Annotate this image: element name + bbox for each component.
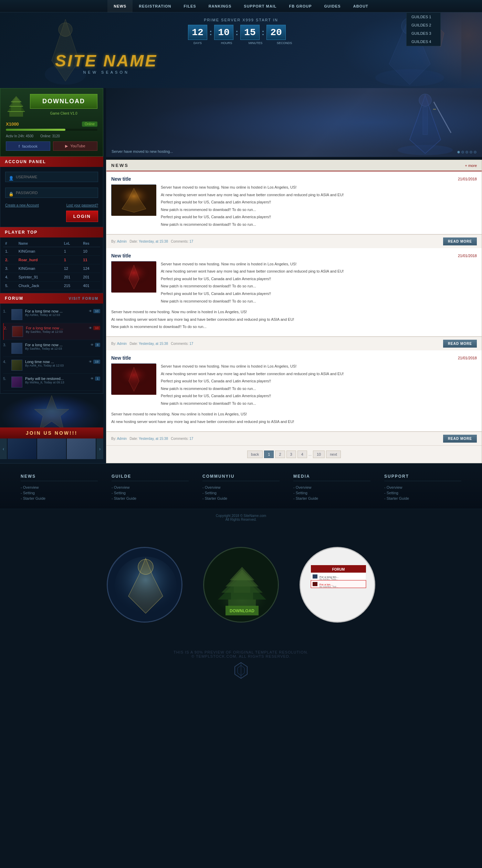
account-links: Create a new Account Lost your password? — [5, 203, 98, 207]
nav-item-guides[interactable]: GUIDES — [318, 0, 347, 12]
label-hours: HOURS — [217, 41, 236, 45]
next-thumb-arrow[interactable]: › — [96, 438, 103, 459]
footer-support-link-3[interactable]: - Starter Guide — [384, 496, 461, 500]
footer-col-support-title: SUPPORT — [384, 474, 461, 481]
nav-item-about[interactable]: ABOUT — [347, 0, 375, 12]
countdown-box: PRIME SERVER X999 START IN 12 : 10 : 15 … — [188, 18, 294, 45]
join-now-button[interactable]: JOIN US NOW!!! — [0, 427, 103, 438]
lost-password-link[interactable]: Lost your password? — [66, 203, 98, 207]
pagination-page-3[interactable]: 3 — [286, 451, 296, 458]
forum-title-2[interactable]: For a long time now ... — [26, 326, 86, 330]
site-name: SITE NAME — [55, 51, 157, 70]
slider-dot-5[interactable] — [474, 151, 476, 154]
footer-media-link-2[interactable]: - Setting — [293, 491, 370, 495]
pagination: back 1 2 3 4 ... 10 next — [106, 445, 482, 463]
pagination-next[interactable]: next — [326, 451, 341, 458]
footer-guilde-link-3[interactable]: - Starter Guide — [112, 496, 189, 500]
pagination-dots: ... — [308, 452, 312, 456]
nav-item-support[interactable]: SUPPORT MAIL — [238, 0, 283, 12]
news-article-1-title[interactable]: New title — [111, 176, 131, 182]
create-account-link[interactable]: Create a new Account — [5, 203, 39, 207]
guides-dropdown-item-1[interactable]: GUILDES 1 — [407, 13, 440, 21]
forum-title-3[interactable]: For a long time now ... — [25, 343, 88, 347]
footer-news-link-1[interactable]: - Overview — [21, 485, 98, 489]
nav-item-files[interactable]: FILES — [177, 0, 202, 12]
news-article-3-title[interactable]: New title — [111, 355, 131, 361]
youtube-button[interactable]: ▶ YouTube — [53, 141, 97, 151]
player-num-1: 1. — [3, 247, 17, 256]
login-button[interactable]: LOGIN — [66, 211, 98, 222]
forum-title-1[interactable]: For a long time now ... — [25, 309, 86, 313]
news-article-2-header: New title 21/01/2018 — [111, 253, 477, 258]
svg-rect-23 — [433, 109, 436, 110]
guides-dropdown-item-2[interactable]: GUILDES 2 — [407, 21, 440, 29]
nav-item-news[interactable]: NEWS — [107, 0, 133, 12]
news-img-art-3 — [112, 364, 156, 395]
nav-item-fbgroup[interactable]: FB GROUP — [283, 0, 318, 12]
pagination-page-1[interactable]: 1 — [264, 451, 274, 458]
col-num: # — [3, 240, 17, 247]
logo-icon — [234, 662, 248, 679]
watermark-sub: © TEMPLSTOCK.COM, ALL RIGHTS RESERVED. — [7, 654, 475, 658]
thumb-3[interactable] — [67, 438, 96, 459]
preview-art-1 — [108, 548, 182, 623]
thumb-2[interactable] — [37, 438, 66, 459]
news-article-2-title[interactable]: New title — [111, 253, 131, 258]
pagination-page-4[interactable]: 4 — [297, 451, 307, 458]
slider-dot-3[interactable] — [465, 151, 468, 154]
password-input[interactable] — [5, 188, 98, 198]
slider-dot-2[interactable] — [461, 151, 464, 154]
footer-support-link-1[interactable]: - Overview — [384, 485, 461, 489]
pagination-back[interactable]: back — [247, 451, 263, 458]
pagination-page-10[interactable]: 10 — [313, 451, 325, 458]
footer-support-link-2[interactable]: - Setting — [384, 491, 461, 495]
news-section-header: NEWS + more — [106, 160, 482, 171]
col-name: Name — [17, 240, 62, 247]
forum-num-3: 3. — [3, 343, 9, 347]
footer-news-link-2[interactable]: - Setting — [21, 491, 98, 495]
forum-badges-1: 👁 10 — [89, 309, 100, 313]
col-lvl: LvL — [62, 240, 81, 247]
player-table: # Name LvL Res 1. KINGman 1 10 — [3, 240, 100, 290]
news-article-1-header: New title 21/01/2018 — [111, 176, 477, 182]
guides-dropdown-item-3[interactable]: GUILDES 3 — [407, 29, 440, 38]
forum-title-5[interactable]: Party will be restored... — [25, 377, 88, 381]
prev-thumb-arrow[interactable]: ‹ — [0, 438, 7, 459]
preview-art-3: FORUM For a long tim... By Ashko, Toda..… — [301, 548, 375, 623]
nav-items: NEWS REGISTRATION FILES RANKINGS SUPPORT… — [107, 0, 375, 12]
table-row: 1. KINGman 1 10 — [3, 247, 100, 256]
svg-point-36 — [138, 559, 153, 574]
footer-media-link-3[interactable]: - Starter Guide — [293, 496, 370, 500]
watermark-section: THIS IS A 90% PREVIEW OF ORIGINAL TEMPLA… — [0, 643, 482, 688]
list-item: 1. For a long time now ... By Ashko, Tod… — [3, 306, 100, 323]
download-button[interactable]: DOWNLOAD — [30, 94, 97, 109]
footer-media-link-1[interactable]: - Overview — [293, 485, 370, 489]
footer-guilde-link-2[interactable]: - Setting — [112, 491, 189, 495]
thumb-1[interactable] — [8, 438, 36, 459]
facebook-button[interactable]: f facebook — [6, 141, 50, 151]
visit-forum-link[interactable]: Visit Forum — [69, 297, 98, 300]
slider-dot-1[interactable] — [457, 151, 460, 154]
guides-dropdown-item-4[interactable]: GUILDES 4 — [407, 38, 440, 46]
countdown-days-value: 12 — [188, 25, 207, 40]
pagination-page-2[interactable]: 2 — [275, 451, 285, 458]
footer-col-news-title: NEWS — [21, 474, 98, 481]
footer-community-link-1[interactable]: - Overview — [202, 485, 280, 489]
footer-news-link-3[interactable]: - Starter Guide — [21, 496, 98, 500]
username-input[interactable] — [5, 172, 98, 182]
forum-thumb-1 — [11, 309, 22, 320]
svg-rect-21 — [423, 107, 428, 135]
forum-title-4[interactable]: Long time now ... — [25, 360, 86, 364]
news-footer-1: By: Admin Date: Yesterday, at 15:38 Comm… — [106, 234, 482, 248]
nav-item-rankings[interactable]: RANKINGS — [202, 0, 238, 12]
slider-dot-4[interactable] — [470, 151, 472, 154]
footer-guilde-link-1[interactable]: - Overview — [112, 485, 189, 489]
news-more-link[interactable]: + more — [465, 163, 477, 168]
read-more-btn-2[interactable]: READ MORE — [443, 340, 477, 348]
read-more-btn-3[interactable]: READ MORE — [443, 435, 477, 443]
footer-community-link-3[interactable]: - Starter Guide — [202, 496, 280, 500]
nav-item-registration[interactable]: REGISTRATION — [133, 0, 177, 12]
news-article-2-date: 21/01/2018 — [458, 254, 477, 258]
read-more-btn-1[interactable]: READ MORE — [443, 237, 477, 245]
footer-community-link-2[interactable]: - Setting — [202, 491, 280, 495]
